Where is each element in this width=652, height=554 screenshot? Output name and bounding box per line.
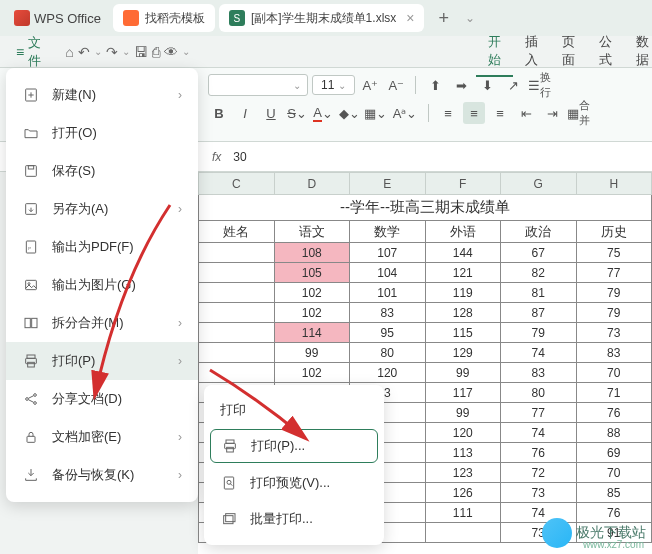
col-header[interactable]: H — [576, 173, 652, 195]
cell[interactable]: 83 — [576, 343, 652, 363]
menu-data[interactable]: 数据 — [624, 27, 652, 77]
formula-value[interactable]: 30 — [233, 150, 246, 164]
cell[interactable] — [199, 323, 275, 343]
align-bottom-icon[interactable]: ⬇ — [476, 74, 498, 96]
table-header[interactable]: 语文 — [274, 221, 350, 243]
format-icon[interactable]: Aᵃ⌄ — [390, 102, 420, 124]
tab-dropdown[interactable]: ⌄ — [465, 11, 475, 25]
cell[interactable]: 114 — [274, 323, 350, 343]
cell[interactable]: 73 — [501, 483, 577, 503]
cell[interactable]: 71 — [576, 383, 652, 403]
cell[interactable]: 115 — [425, 323, 501, 343]
file-menu-item-pdf[interactable]: P 输出为PDF(F) — [6, 228, 198, 266]
underline-icon[interactable]: U — [260, 102, 282, 124]
wrap-text-button[interactable]: ☰ 换行 — [528, 74, 550, 96]
cell[interactable] — [199, 283, 275, 303]
cell[interactable]: 101 — [350, 283, 426, 303]
cell[interactable]: 70 — [576, 463, 652, 483]
file-menu-button[interactable]: ≡ 文件 — [8, 30, 49, 74]
cell[interactable]: 85 — [576, 483, 652, 503]
col-header[interactable]: F — [425, 173, 501, 195]
cell[interactable]: 76 — [501, 443, 577, 463]
strike-icon[interactable]: S⌄ — [286, 102, 308, 124]
menu-page[interactable]: 页面 — [550, 27, 587, 77]
cell[interactable]: 119 — [425, 283, 501, 303]
cell[interactable]: 87 — [501, 303, 577, 323]
menu-start[interactable]: 开始 — [476, 27, 513, 77]
cell[interactable]: 99 — [274, 343, 350, 363]
cell[interactable]: 83 — [501, 363, 577, 383]
save-icon[interactable]: 🖫 — [134, 42, 148, 62]
align-top-icon[interactable]: ⬆ — [424, 74, 446, 96]
table-header[interactable]: 数学 — [350, 221, 426, 243]
cell[interactable]: 107 — [350, 243, 426, 263]
col-header[interactable]: E — [350, 173, 426, 195]
cell[interactable]: 120 — [350, 363, 426, 383]
cell[interactable]: 120 — [425, 423, 501, 443]
cell[interactable]: 126 — [425, 483, 501, 503]
cell[interactable]: 105 — [274, 263, 350, 283]
font-selector[interactable]: ⌄ — [208, 74, 308, 96]
decrease-font-icon[interactable]: A⁻ — [385, 74, 407, 96]
cell[interactable]: 108 — [274, 243, 350, 263]
cell[interactable] — [199, 243, 275, 263]
cell[interactable]: 77 — [576, 263, 652, 283]
cell[interactable]: 99 — [425, 403, 501, 423]
cell[interactable]: 80 — [501, 383, 577, 403]
cell[interactable]: 121 — [425, 263, 501, 283]
col-header[interactable]: C — [199, 173, 275, 195]
cell[interactable]: 123 — [425, 463, 501, 483]
table-header[interactable]: 姓名 — [199, 221, 275, 243]
cell[interactable]: 79 — [576, 283, 652, 303]
indent-right-icon[interactable]: ⇥ — [541, 102, 563, 124]
cell[interactable]: 69 — [576, 443, 652, 463]
cell[interactable]: 102 — [274, 283, 350, 303]
cell[interactable] — [425, 523, 501, 543]
table-header[interactable]: 外语 — [425, 221, 501, 243]
redo-icon[interactable]: ↷ — [106, 42, 118, 62]
cell[interactable]: 82 — [501, 263, 577, 283]
col-header[interactable]: G — [501, 173, 577, 195]
cell[interactable]: 88 — [576, 423, 652, 443]
italic-icon[interactable]: I — [234, 102, 256, 124]
sheet-title[interactable]: --学年--班高三期末成绩单 — [199, 195, 652, 221]
cell[interactable]: 80 — [350, 343, 426, 363]
cell[interactable]: 117 — [425, 383, 501, 403]
bold-icon[interactable]: B — [208, 102, 230, 124]
cell[interactable]: 144 — [425, 243, 501, 263]
fx-label[interactable]: fx — [200, 150, 233, 164]
cell[interactable]: 74 — [501, 343, 577, 363]
cell[interactable] — [199, 263, 275, 283]
font-size-selector[interactable]: 11⌄ — [312, 75, 355, 95]
cell[interactable] — [199, 343, 275, 363]
cell[interactable]: 67 — [501, 243, 577, 263]
cell[interactable]: 79 — [501, 323, 577, 343]
col-header[interactable]: D — [274, 173, 350, 195]
menu-insert[interactable]: 插入 — [513, 27, 550, 77]
cell[interactable]: 113 — [425, 443, 501, 463]
cell[interactable]: 72 — [501, 463, 577, 483]
cell[interactable]: 74 — [501, 423, 577, 443]
cell[interactable]: 102 — [274, 303, 350, 323]
align-left-icon[interactable]: ≡ — [437, 102, 459, 124]
file-menu-item-open[interactable]: 打开(O) — [6, 114, 198, 152]
align-middle-icon[interactable]: ➡ — [450, 74, 472, 96]
cell[interactable]: 81 — [501, 283, 577, 303]
print-icon[interactable]: ⎙ — [152, 42, 160, 62]
cell[interactable]: 111 — [425, 503, 501, 523]
submenu-item-print[interactable]: 打印(P)... — [210, 429, 378, 463]
file-menu-item-lock[interactable]: 文档加密(E) › — [6, 418, 198, 456]
merge-button[interactable]: ▦ 合并 — [567, 102, 589, 124]
submenu-item-preview[interactable]: 打印预览(V)... — [204, 465, 384, 501]
cell[interactable]: 128 — [425, 303, 501, 323]
new-tab-button[interactable]: + — [428, 8, 459, 29]
border-icon[interactable]: ▦⌄ — [364, 102, 386, 124]
tab-templates[interactable]: 找稻壳模板 — [113, 4, 215, 32]
cell[interactable]: 75 — [576, 243, 652, 263]
cell[interactable]: 102 — [274, 363, 350, 383]
file-menu-item-image[interactable]: 输出为图片(G) — [6, 266, 198, 304]
cell[interactable] — [199, 303, 275, 323]
table-header[interactable]: 历史 — [576, 221, 652, 243]
font-color-icon[interactable]: A⌄ — [312, 102, 334, 124]
indent-left-icon[interactable]: ⇤ — [515, 102, 537, 124]
